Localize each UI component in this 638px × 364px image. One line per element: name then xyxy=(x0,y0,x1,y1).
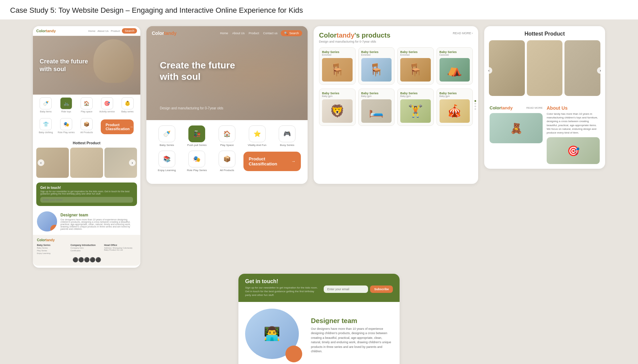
wide-product-classification-button[interactable]: ProductClassification → xyxy=(243,152,301,171)
list-item[interactable]: 👶 Baby series xyxy=(118,97,137,113)
list-item[interactable]: 📦 All Products xyxy=(77,118,96,136)
scroll-dot xyxy=(474,103,476,105)
baby-series-wide-label: Baby Series xyxy=(160,144,174,147)
product-series: Baby Series xyxy=(440,50,470,54)
about-text: Color tandy has more than 10 years in ma… xyxy=(547,112,600,135)
product-card[interactable]: Baby Series Enriched 🪑 xyxy=(358,47,395,85)
product-card[interactable]: Baby Series Enriched 🪑 xyxy=(319,47,356,85)
hottest-img-2 xyxy=(70,148,103,178)
play-space-icon: 🏠 xyxy=(81,97,93,109)
list-item[interactable]: 📦 All Products xyxy=(213,151,241,172)
roleplay-icon-wide: 🎭 xyxy=(188,151,205,167)
card-hottest-product: Hottest Product ‹ › Colortandy READ MORE… xyxy=(484,26,605,169)
wide-search-button[interactable]: 🔍 Search xyxy=(281,30,302,36)
slide-1 xyxy=(489,40,525,96)
product-card[interactable]: Baby Series Baby gym 🏋️ xyxy=(397,89,434,126)
arrow-right-icon: › xyxy=(472,32,473,35)
baby-series-icon-wide: 🍼 xyxy=(158,125,175,142)
product-type: Baby gym xyxy=(322,95,353,97)
nav-product[interactable]: Product xyxy=(248,32,259,35)
product-btn-label: ProductClassification xyxy=(105,123,130,131)
push-pull-wide-label: Push pull Series xyxy=(187,144,207,147)
mobile-nav-links: Home About Us Product xyxy=(88,30,120,33)
allprod-wide-label: All Products xyxy=(220,169,234,172)
baby-items-label: Baby items xyxy=(40,110,52,113)
mobile-icons-grid-2: 👕 Baby clothing 🎭 Role Play series 📦 All… xyxy=(33,115,140,138)
product-type: Baby gym xyxy=(361,95,392,97)
slider-prev-button[interactable]: ‹ xyxy=(38,159,44,166)
product-image: 🛏️ xyxy=(361,99,392,123)
hottest-images: ‹ › xyxy=(36,148,137,178)
mobile-get-in-touch: Get in touch! Sign up for our newsletter… xyxy=(36,183,137,206)
product-image: 🪑 xyxy=(322,58,353,82)
wide-hero-sub: Design and manufacturing for 0-7year old… xyxy=(160,106,223,110)
list-item[interactable]: 🎭 Role Play series xyxy=(57,118,76,136)
git-submit-button[interactable]: Subscribe xyxy=(370,285,393,293)
enjoy-wide-label: Enjoy Learning xyxy=(158,169,176,172)
enjoy-icon-wide: 📚 xyxy=(158,151,175,167)
git-email-input[interactable] xyxy=(324,285,368,293)
nav-contact[interactable]: Contact us xyxy=(263,32,277,35)
list-item[interactable]: 🚲 Ride toys xyxy=(57,97,76,113)
about-read-more[interactable]: READ MORE xyxy=(527,106,543,109)
hottest-section-title: Hottest Product xyxy=(484,26,605,40)
products-header: Colortandy's products Design and manufac… xyxy=(319,32,473,43)
allproducts-icon: 📦 xyxy=(81,118,93,130)
list-item[interactable]: 📚 Enjoy Learning xyxy=(153,151,181,172)
slider-next-button[interactable]: › xyxy=(129,159,136,166)
hottest-slider: ‹ › xyxy=(484,40,605,101)
search-icon: 🔍 xyxy=(284,32,288,35)
read-more-button[interactable]: READ MORE › xyxy=(453,32,473,35)
products-row-1: Baby Series Enriched 🪑 Baby Series Enric… xyxy=(319,47,473,85)
arrow-right-icon: → xyxy=(130,125,133,129)
product-card[interactable]: Baby Series Baby gym 🦁 xyxy=(319,89,356,126)
product-card[interactable]: Baby Series Baby gym 🎪 xyxy=(437,89,473,126)
product-card[interactable]: Baby Series Baby gym 🛏️ xyxy=(358,89,395,126)
product-classification-button[interactable]: ProductClassification → xyxy=(101,119,134,134)
list-item[interactable]: 🎯 Activity service xyxy=(97,97,117,113)
footer-col-2-title: Company Introduction xyxy=(71,244,103,246)
product-card[interactable]: Baby Series Canooee ⛺ xyxy=(437,47,473,85)
mobile-icons-grid: 🍼 Baby items 🚲 Ride toys 🏠 Play space 🎯 … xyxy=(33,95,140,115)
designer-avatar xyxy=(37,211,57,231)
product-card[interactable]: Baby Series Enriched 🪑 xyxy=(397,47,434,85)
hottest-prev-button[interactable]: ‹ xyxy=(486,67,492,74)
nav-home[interactable]: Home xyxy=(220,32,228,35)
product-series: Baby Series xyxy=(322,50,353,54)
product-image: 🎪 xyxy=(440,99,470,123)
push-pull-icon-wide: 🚂 xyxy=(188,125,205,142)
list-item[interactable]: 🍼 Baby Series xyxy=(153,125,181,147)
busy-wide-label: Busy Series xyxy=(280,144,294,147)
nav-about[interactable]: About Us xyxy=(232,32,244,35)
mobile-designer: Designer team Our designers have more th… xyxy=(33,208,140,235)
list-item[interactable]: ⭐ Vitality And Fun xyxy=(243,125,271,147)
wide-icons-row1: 🍼 Baby Series 🚂 Push pull Series 🏠 Play … xyxy=(146,120,308,147)
clothing-icon: 👕 xyxy=(40,118,52,130)
list-item[interactable]: 🎭 Role Play Series xyxy=(183,151,211,172)
list-item[interactable]: 🎮 Busy Series xyxy=(273,125,301,147)
list-item[interactable]: 🍼 Baby items xyxy=(36,97,55,113)
product-image: 🪑 xyxy=(361,58,392,82)
list-item[interactable]: 🏠 Play Space xyxy=(213,125,241,147)
about-title: About Us xyxy=(547,105,600,111)
email-input[interactable] xyxy=(40,197,133,203)
card-wide-hero: Colortandy Home About Us Product Contact… xyxy=(146,26,308,184)
list-item[interactable]: 🚂 Push pull Series xyxy=(183,125,211,147)
wide-hero: Colortandy Home About Us Product Contact… xyxy=(146,26,308,120)
slide-2 xyxy=(527,40,563,96)
list-item[interactable]: 👕 Baby clothing xyxy=(36,118,55,136)
footer-item: Address: Shengying Colortandy Baby Produ… xyxy=(104,247,136,251)
git-title: Get in touch! xyxy=(245,278,320,284)
scroll-indicator xyxy=(474,100,476,110)
mobile-search-button[interactable]: Search xyxy=(122,28,137,34)
wide-product-btn-label: ProductClassification xyxy=(249,156,277,166)
hottest-next-button[interactable]: › xyxy=(597,67,604,74)
product-series: Baby Series xyxy=(322,92,353,95)
page-title: Case Study 5: Toy Website Design – Engag… xyxy=(0,0,638,19)
list-item[interactable]: 🏠 Play space xyxy=(77,97,96,113)
footer-grid: Baby Series Baby Series Play Series Enjo… xyxy=(37,244,136,254)
slide-3 xyxy=(564,40,600,96)
roleplay-label: Role Play series xyxy=(58,131,75,134)
product-image: 🦁 xyxy=(322,99,353,123)
wide-icons-row2: 📚 Enjoy Learning 🎭 Role Play Series 📦 Al… xyxy=(146,147,308,177)
